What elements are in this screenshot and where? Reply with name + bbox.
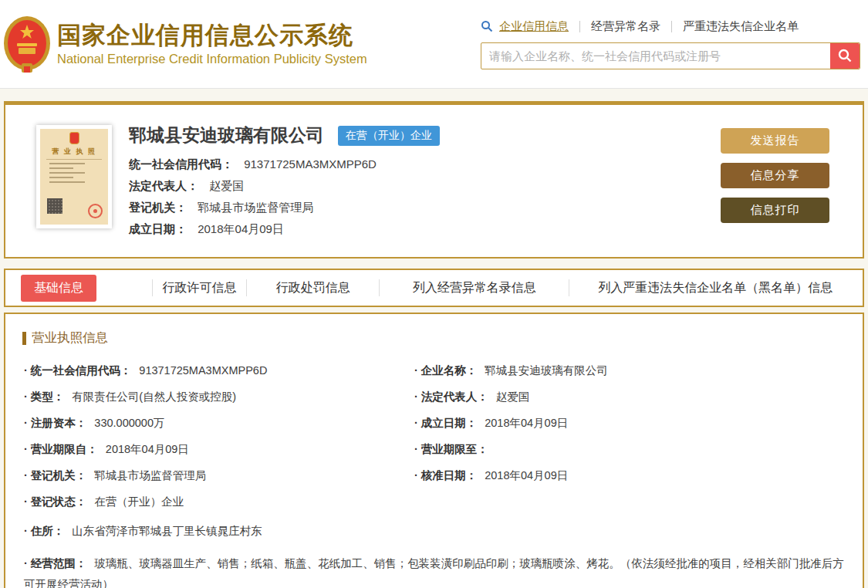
share-info-button[interactable]: 信息分享: [721, 163, 829, 188]
summary-field-establishment-date: 成立日期： 2018年04月09日: [129, 221, 863, 237]
search-box: [481, 42, 860, 69]
section-title-bar: [22, 332, 26, 345]
company-status-badge: 在营（开业）企业: [338, 126, 440, 146]
info-tabs-bar: 基础信息 行政许可信息 行政处罚信息 列入经营异常名录信息 列入严重违法失信企业…: [4, 269, 864, 307]
national-emblem-logo: [3, 15, 51, 74]
license-qr-code: [47, 198, 62, 214]
license-detail-grid: 统一社会信用代码：91371725MA3MXMPP6D 企业名称：郓城县安迪玻璃…: [5, 350, 863, 588]
tab-abnormal-operations-list[interactable]: 列入经营异常名录信息: [413, 280, 536, 296]
search-icon: [481, 20, 493, 32]
search-input[interactable]: [481, 43, 830, 69]
site-header: 国家企业信用信息公示系统 National Enterprise Credit …: [0, 0, 868, 89]
company-summary-card: 营 业 执 照 郓城县安迪玻璃有限公司 在营（开业）企业 统一社会信用代码： 9…: [4, 101, 864, 259]
section-title: 营业执照信息: [22, 329, 863, 346]
search-button[interactable]: [830, 43, 860, 69]
license-detail-card: 营业执照信息 统一社会信用代码：91371725MA3MXMPP6D 企业名称：…: [4, 313, 864, 588]
site-subtitle: National Enterprise Credit Information P…: [57, 52, 367, 66]
site-title-block: 国家企业信用信息公示系统 National Enterprise Credit …: [57, 22, 367, 66]
detail-row-business-scope: 经营范围：玻璃瓶、玻璃器皿生产、销售；纸箱、瓶盖、花纸加工、销售；包装装潢印刷品…: [24, 547, 846, 588]
tab-administrative-penalty[interactable]: 行政处罚信息: [276, 280, 350, 296]
nav-separator: [671, 21, 672, 32]
detail-row: 注册资本：330.000000万 成立日期：2018年04月09日: [24, 410, 846, 436]
tab-administrative-license[interactable]: 行政许可信息: [162, 280, 236, 296]
license-red-stamp-icon: [88, 204, 103, 218]
action-buttons: 发送报告 信息分享 信息打印: [721, 128, 829, 223]
business-license-image[interactable]: 营 业 执 照: [36, 125, 112, 228]
nav-separator: [579, 21, 580, 32]
detail-row: 营业期限自：2018年04月09日 营业期限至：: [24, 436, 846, 462]
header-search-area: 企业信用信息 经营异常名录 严重违法失信企业名单: [481, 19, 862, 69]
tab-basic-info[interactable]: 基础信息: [21, 275, 96, 302]
nav-link-enterprise-credit[interactable]: 企业信用信息: [499, 19, 569, 34]
page-body: 营 业 执 照 郓城县安迪玻璃有限公司 在营（开业）企业 统一社会信用代码： 9…: [0, 89, 868, 588]
license-emblem-icon: [69, 132, 79, 144]
detail-row: 登记状态：在营（开业）企业: [24, 488, 846, 515]
detail-row-address: 住所：山东省菏泽市郓城县丁里长镇晁庄村东: [24, 515, 846, 547]
detail-row: 类型：有限责任公司(自然人投资或控股) 法定代表人：赵爱国: [24, 384, 846, 410]
nav-link-serious-violations[interactable]: 严重违法失信企业名单: [683, 19, 799, 34]
detail-row: 登记机关：郓城县市场监督管理局 核准日期：2018年04月09日: [24, 462, 846, 488]
nav-link-abnormal-operations[interactable]: 经营异常名录: [591, 19, 660, 34]
company-name: 郓城县安迪玻璃有限公司: [129, 123, 324, 147]
send-report-button[interactable]: 发送报告: [721, 128, 829, 154]
header-nav: 企业信用信息 经营异常名录 严重违法失信企业名单: [481, 19, 860, 34]
site-title: 国家企业信用信息公示系统: [57, 22, 367, 49]
detail-row: 统一社会信用代码：91371725MA3MXMPP6D 企业名称：郓城县安迪玻璃…: [24, 357, 846, 384]
tab-serious-violations-blacklist[interactable]: 列入严重违法失信企业名单（黑名单）信息: [598, 280, 833, 296]
search-button-icon: [837, 48, 853, 63]
print-info-button[interactable]: 信息打印: [721, 198, 829, 223]
license-caption: 营 业 执 照: [40, 147, 108, 157]
